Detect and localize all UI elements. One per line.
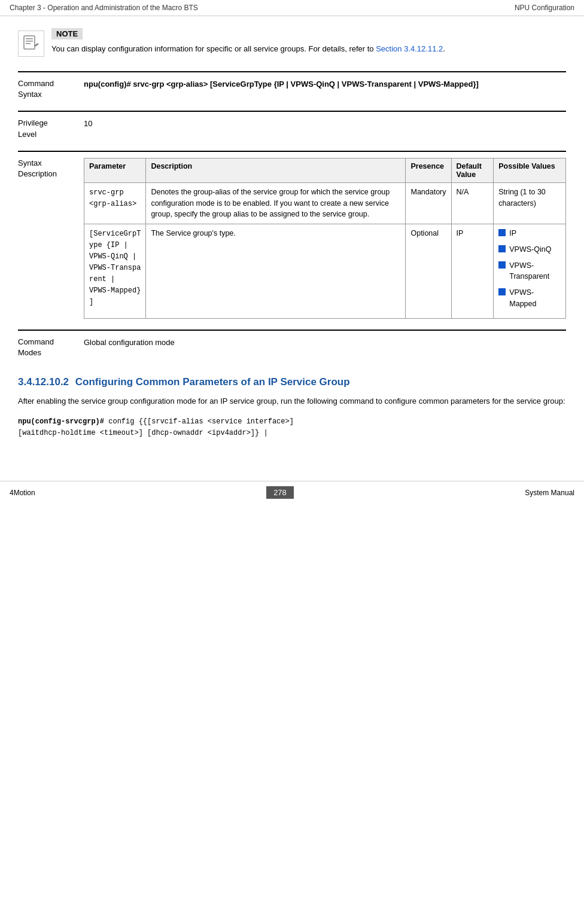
command-syntax-label: Command Syntax <box>18 78 84 100</box>
command-modes-label: Command Modes <box>18 337 84 358</box>
code-rest-1: config {{[srvcif-alias <service interfac… <box>104 417 294 426</box>
command-syntax-section: Command Syntax npu(config)# srvc-grp <gr… <box>18 71 566 100</box>
col-parameter: Parameter <box>84 158 146 182</box>
footer-left: 4Motion <box>10 489 35 497</box>
syntax-table: Parameter Description Presence Default V… <box>84 158 566 319</box>
note-box: NOTE You can display configuration infor… <box>18 28 566 57</box>
note-icon <box>18 31 44 57</box>
value-vpws-transparent: VPWS-Transparent <box>509 260 561 283</box>
cell-parameter-2: [ServiceGrpType {IP |VPWS-QinQ |VPWS-Tra… <box>84 224 146 319</box>
cell-possible-2: IP VPWS-QinQ VPWS-Transparent <box>494 224 566 319</box>
code-bold-part: npu(config-srvcgrp)# <box>18 417 104 426</box>
section-heading-title: 3.4.12.10.2 Configuring Common Parameter… <box>18 376 566 388</box>
value-vpws-qinq: VPWS-QinQ <box>509 244 551 255</box>
list-item: VPWS-Mapped <box>498 287 561 310</box>
privilege-level-section: Privilege Level 10 <box>18 111 566 139</box>
col-possible-values: Possible Values <box>494 158 566 182</box>
note-pencil-icon <box>22 35 40 53</box>
section-heading: 3.4.12.10.2 Configuring Common Parameter… <box>18 376 566 388</box>
section-number: 3.4.12.10.2 <box>18 376 69 388</box>
cell-description-1: Denotes the group-alias of the service g… <box>146 182 406 224</box>
svg-rect-1 <box>26 38 33 39</box>
header-left: Chapter 3 - Operation and Administration… <box>10 4 198 12</box>
section-title: Configuring Common Parameters of an IP S… <box>75 376 350 388</box>
table-header-row: Parameter Description Presence Default V… <box>84 158 566 182</box>
page-footer: 4Motion 278 System Manual <box>0 481 584 504</box>
svg-rect-2 <box>26 41 33 42</box>
col-description: Description <box>146 158 406 182</box>
syntax-description-section: Syntax Description Parameter Description… <box>18 151 566 319</box>
list-item: IP <box>498 228 561 239</box>
list-item: VPWS-Transparent <box>498 260 561 283</box>
cell-presence-1: Mandatory <box>406 182 451 224</box>
list-item: VPWS-QinQ <box>498 244 561 255</box>
body-text: After enabling the service group configu… <box>18 395 566 408</box>
command-syntax-text: npu(config)# srvc-grp <grp-alias> [Servi… <box>84 80 479 89</box>
table-row: srvc-grp<grp-alias> Denotes the group-al… <box>84 182 566 224</box>
cell-default-2: IP <box>451 224 494 319</box>
command-modes-value: Global configuration mode <box>84 337 566 358</box>
svg-rect-0 <box>24 36 35 49</box>
table-row: [ServiceGrpType {IP |VPWS-QinQ |VPWS-Tra… <box>84 224 566 319</box>
syntax-table-container: Parameter Description Presence Default V… <box>84 158 566 319</box>
code-block: npu(config-srvcgrp)# config {{[srvcif-al… <box>18 416 566 439</box>
page-number: 278 <box>266 486 294 499</box>
cell-default-1: N/A <box>451 182 494 224</box>
value-vpws-mapped: VPWS-Mapped <box>509 287 561 310</box>
svg-rect-3 <box>26 43 31 44</box>
note-label: NOTE <box>51 28 83 39</box>
cell-description-2: The Service group's type. <box>146 224 406 319</box>
privilege-level-value: 10 <box>84 118 566 139</box>
col-default-value: Default Value <box>451 158 494 182</box>
note-text-content: You can display configuration informatio… <box>51 44 374 53</box>
page-header: Chapter 3 - Operation and Administration… <box>0 0 584 16</box>
footer-right: System Manual <box>525 489 574 497</box>
possible-values-list: IP VPWS-QinQ VPWS-Transparent <box>498 228 561 310</box>
note-content: NOTE You can display configuration infor… <box>51 28 566 55</box>
command-modes-section: Command Modes Global configuration mode <box>18 330 566 358</box>
note-link[interactable]: Section 3.4.12.11.2 <box>376 44 443 53</box>
bullet-icon <box>498 245 506 252</box>
bullet-icon <box>498 261 506 269</box>
cell-possible-1: String (1 to 30 characters) <box>494 182 566 224</box>
privilege-level-label: Privilege Level <box>18 118 84 139</box>
cell-parameter-1: srvc-grp<grp-alias> <box>84 182 146 224</box>
page-content: NOTE You can display configuration infor… <box>0 16 584 457</box>
syntax-description-label: Syntax Description <box>18 158 84 319</box>
header-right: NPU Configuration <box>515 4 574 12</box>
bullet-icon <box>498 229 506 236</box>
col-presence: Presence <box>406 158 451 182</box>
code-rest-2: [waitdhcp-holdtime <timeout>] [dhcp-owna… <box>18 429 268 437</box>
cell-presence-2: Optional <box>406 224 451 319</box>
command-syntax-value: npu(config)# srvc-grp <grp-alias> [Servi… <box>84 78 566 100</box>
value-ip: IP <box>509 228 516 239</box>
bullet-icon <box>498 288 506 295</box>
note-text: You can display configuration informatio… <box>51 43 566 55</box>
